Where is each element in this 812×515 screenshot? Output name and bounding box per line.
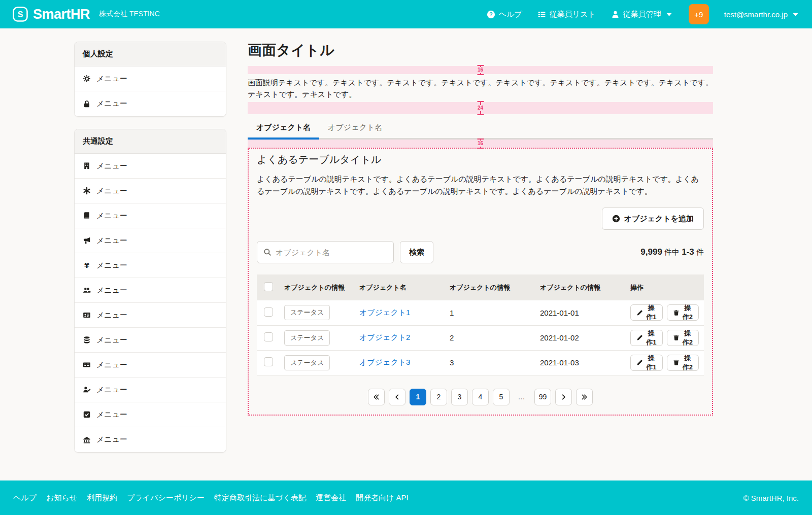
object-link[interactable]: オブジェクト3 bbox=[359, 358, 410, 366]
help-menu-item[interactable]: ? ヘルプ bbox=[487, 10, 522, 19]
column-header-actions: 操作 bbox=[625, 274, 704, 300]
edit-button[interactable]: 操作1 bbox=[630, 355, 663, 371]
add-object-label: オブジェクトを追加 bbox=[624, 214, 694, 224]
actions-cell: 操作1 操作2 bbox=[625, 325, 704, 350]
add-object-button[interactable]: オブジェクトを追加 bbox=[602, 208, 704, 230]
sidebar-item-label: メニュー bbox=[96, 435, 127, 444]
page-button-3[interactable]: 3 bbox=[451, 389, 468, 405]
search-icon bbox=[263, 248, 272, 256]
bank-icon bbox=[83, 436, 91, 444]
sidebar-item-bank[interactable]: メニュー bbox=[75, 427, 226, 452]
question-circle-icon: ? bbox=[487, 10, 495, 19]
sidebar-item-building[interactable]: メニュー bbox=[75, 154, 226, 179]
object-link[interactable]: オブジェクト1 bbox=[359, 308, 410, 317]
tab-object-1[interactable]: オブジェクト名 bbox=[248, 118, 319, 138]
spacing-indicator-16: 16 bbox=[248, 66, 713, 74]
tab-object-2[interactable]: オブジェクト名 bbox=[319, 118, 391, 138]
help-label: ヘルプ bbox=[499, 10, 522, 19]
sidebar-item-label: メニュー bbox=[96, 161, 127, 171]
delete-button[interactable]: 操作2 bbox=[667, 330, 699, 346]
list-icon bbox=[537, 10, 546, 19]
id-card-icon bbox=[83, 311, 91, 319]
sidebar-item-gear[interactable]: メニュー bbox=[75, 66, 226, 91]
sidebar-item-label: メニュー bbox=[96, 261, 127, 270]
footer-link[interactable]: お知らせ bbox=[46, 493, 77, 503]
asterisk-icon bbox=[83, 187, 91, 195]
trash-icon bbox=[673, 310, 680, 316]
actions-cell: 操作1 操作2 bbox=[625, 300, 704, 325]
sidebar-item-users[interactable]: メニュー bbox=[75, 278, 226, 303]
page-button-1[interactable]: 1 bbox=[410, 389, 426, 405]
footer-link[interactable]: 利用規約 bbox=[87, 493, 117, 503]
status-badge: ステータス bbox=[284, 305, 330, 320]
table-header-row: オブジェクトの情報 オブジェクト名 オブジェクトの情報 オブジェクトの情報 操作 bbox=[257, 274, 704, 300]
building-icon bbox=[83, 162, 91, 170]
notification-badge[interactable]: +9 bbox=[689, 4, 709, 24]
add-button-row: オブジェクトを追加 bbox=[257, 208, 704, 230]
status-cell: ステータス bbox=[279, 325, 354, 350]
info-cell: 3 bbox=[445, 350, 535, 375]
page-button-2[interactable]: 2 bbox=[430, 389, 447, 405]
svg-text:S: S bbox=[18, 10, 23, 19]
sidebar-item-id-card[interactable]: メニュー bbox=[75, 303, 226, 328]
sidebar-item-book[interactable]: メニュー bbox=[75, 203, 226, 228]
footer-link[interactable]: プライバシーポリシー bbox=[127, 493, 205, 503]
page-description: 画面説明テキストです。テキストです。テキストです。テキストです。テキストです。テ… bbox=[248, 77, 713, 100]
row-checkbox[interactable] bbox=[264, 357, 273, 366]
delete-button[interactable]: 操作2 bbox=[667, 304, 699, 321]
footer-link[interactable]: 運営会社 bbox=[316, 493, 346, 503]
last-page-button[interactable] bbox=[576, 389, 593, 405]
sidebar-item-money-check[interactable]: メニュー bbox=[75, 353, 226, 377]
employee-admin-dropdown[interactable]: 従業員管理 bbox=[611, 10, 673, 19]
row-checkbox[interactable] bbox=[264, 307, 273, 317]
row-checkbox[interactable] bbox=[264, 332, 273, 341]
search-input[interactable] bbox=[276, 248, 387, 257]
prev-page-button[interactable] bbox=[389, 389, 405, 405]
sidebar-section: 共通設定 メニュー メニュー メニュー メニュー ¥ メニュー メニュー bbox=[74, 129, 226, 453]
sidebar-item-lock[interactable]: メニュー bbox=[75, 91, 226, 116]
table-title: よくあるテーブルタイトル bbox=[257, 153, 704, 166]
count-unit: 件中 bbox=[664, 248, 680, 256]
sidebar-item-yen[interactable]: ¥ メニュー bbox=[75, 253, 226, 278]
spacing-indicator-24: 24 bbox=[248, 102, 713, 114]
chevron-down-icon bbox=[791, 10, 800, 19]
name-cell: オブジェクト2 bbox=[354, 325, 445, 350]
first-page-button[interactable] bbox=[368, 389, 385, 405]
spacing-indicator-16: 16 bbox=[248, 140, 713, 148]
svg-text:¥: ¥ bbox=[84, 261, 89, 269]
sidebar-item-database[interactable]: メニュー bbox=[75, 328, 226, 353]
pagination-ellipsis: … bbox=[514, 389, 530, 405]
spacing-value: 16 bbox=[477, 67, 484, 73]
sidebar-item-megaphone[interactable]: メニュー bbox=[75, 228, 226, 253]
footer-link[interactable]: 開発者向け API bbox=[356, 493, 409, 503]
page-button-4[interactable]: 4 bbox=[472, 389, 489, 405]
delete-button[interactable]: 操作2 bbox=[667, 355, 699, 371]
chevron-down-icon bbox=[665, 10, 673, 19]
status-badge: ステータス bbox=[284, 355, 330, 370]
page-button-5[interactable]: 5 bbox=[493, 389, 510, 405]
employee-list-menu-item[interactable]: 従業員リスト bbox=[537, 10, 596, 19]
footer-link[interactable]: 特定商取引法に基づく表記 bbox=[214, 493, 306, 503]
footer-link[interactable]: ヘルプ bbox=[13, 493, 37, 503]
sidebar-section-title: 個人設定 bbox=[75, 42, 226, 66]
chevron-right-icon bbox=[560, 394, 567, 400]
edit-button[interactable]: 操作1 bbox=[630, 330, 663, 346]
info-cell: 1 bbox=[445, 300, 535, 325]
smarthr-logo[interactable]: S SmartHR bbox=[12, 6, 90, 22]
sidebar-item-label: メニュー bbox=[96, 99, 127, 109]
sidebar-item-user-check[interactable]: メニュー bbox=[75, 377, 226, 402]
sidebar: 個人設定 メニュー メニュー 共通設定 メニュー メニュー メニュー メニュー bbox=[74, 42, 226, 474]
next-page-button[interactable] bbox=[555, 389, 572, 405]
select-all-checkbox[interactable] bbox=[264, 282, 273, 291]
select-all-cell bbox=[257, 274, 279, 300]
svg-text:?: ? bbox=[489, 11, 493, 17]
sidebar-item-asterisk[interactable]: メニュー bbox=[75, 179, 226, 203]
date-cell: 2021-01-02 bbox=[535, 325, 625, 350]
search-button[interactable]: 検索 bbox=[400, 241, 433, 263]
edit-button[interactable]: 操作1 bbox=[630, 304, 663, 321]
object-link[interactable]: オブジェクト2 bbox=[359, 333, 410, 341]
sidebar-item-check-square[interactable]: メニュー bbox=[75, 402, 226, 427]
employee-admin-label: 従業員管理 bbox=[623, 10, 661, 19]
page-button-99[interactable]: 99 bbox=[534, 389, 551, 405]
account-dropdown[interactable]: test@smarthr.co.jp bbox=[724, 10, 800, 19]
